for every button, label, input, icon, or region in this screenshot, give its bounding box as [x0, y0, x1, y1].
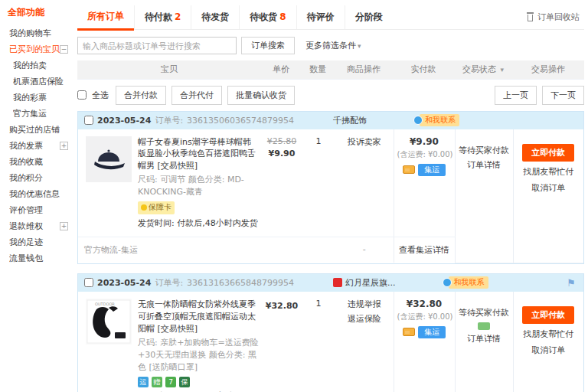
report-violation-link[interactable]: 违规举报 — [348, 299, 381, 310]
header-paid: 实付款 — [393, 60, 454, 79]
order-detail-link[interactable]: 订单详情 — [467, 334, 501, 345]
order-checkbox[interactable] — [84, 278, 93, 287]
header-price: 单价 — [261, 60, 301, 79]
cancel-order-link[interactable]: 取消订单 — [531, 182, 565, 194]
sidebar-item-coupons[interactable]: 我的优惠信息 — [8, 186, 70, 202]
tmall-icon — [333, 278, 342, 287]
caret-down-icon: ▾ — [500, 66, 504, 74]
order-body: 帽子女春夏ins潮字母棒球帽韩版显脸小秋季纯色百搭遮阳鸭舌帽男 [交易快照] 尺… — [78, 129, 583, 263]
wangwang-icon — [443, 278, 452, 287]
sidebar-title: 全部功能 — [8, 6, 70, 19]
consolidated-shipping-badge: 集运 — [418, 326, 446, 338]
tab-pending-shipment[interactable]: 待发货 — [191, 5, 239, 29]
caret-down-icon: ▾ — [358, 42, 361, 50]
order-detail-link[interactable]: 订单详情 — [467, 160, 501, 171]
order-number-label: 订单号: — [155, 115, 183, 126]
return-shipping-insurance-link[interactable]: 退运保险 — [348, 313, 381, 325]
collapse-icon[interactable]: − — [60, 45, 68, 54]
shop-link[interactable]: 千拂配饰 — [333, 115, 367, 126]
ship-time: 发货时间: 付款后,48小时内发货 — [138, 217, 259, 230]
logistics-dash: - — [335, 237, 394, 263]
cancel-order-link[interactable]: 取消订单 — [531, 345, 565, 356]
complain-seller-link[interactable]: 投诉卖家 — [348, 137, 381, 147]
contact-seller-button[interactable]: 和我联系 — [413, 114, 459, 126]
sidebar-item-points[interactable]: 我的积分 — [8, 170, 70, 186]
sidebar-item-purchased[interactable]: 已买到的宝贝− — [8, 41, 70, 57]
sidebar-item-favorites[interactable]: 我的收藏 — [8, 154, 70, 170]
next-page-button[interactable]: 下一页 — [542, 86, 584, 105]
tab-pending-payment[interactable]: 待付款2 — [134, 5, 191, 29]
pay-now-button[interactable]: 立即付款 — [522, 306, 574, 324]
shop-link[interactable]: 幻月星辰旗... — [333, 277, 396, 289]
card-payment-icon — [403, 165, 415, 174]
merge-proxy-pay-button[interactable]: 合并代付 — [172, 86, 222, 105]
batch-confirm-button[interactable]: 批量确认收货 — [227, 86, 295, 105]
select-all-label[interactable]: 全选 — [92, 90, 109, 101]
order-card: 2023-05-24 订单号: 33613163665848799954 幻月星… — [77, 273, 584, 392]
batch-toolbar: 全选 合并付款 合并代付 批量确认收货 上一页 下一页 — [77, 86, 584, 105]
sidebar-item-data-wallet[interactable]: 流量钱包 — [8, 250, 70, 266]
order-card: 2023-05-24 订单号: 33613506036574879954 千拂配… — [77, 111, 584, 264]
order-recycle-bin-link[interactable]: 订单回收站 — [526, 11, 584, 23]
trash-icon — [526, 12, 534, 21]
guarantee-card-badge: 保障卡 — [138, 201, 175, 214]
order-tabs: 所有订单 待付款2 待发货 待收货8 待评价 分阶段 订单回收站 — [77, 5, 584, 30]
product-image-cap[interactable] — [86, 136, 132, 182]
contact-seller-button[interactable]: 和我联系 — [443, 276, 488, 289]
original-price: ¥25.80 — [265, 136, 299, 146]
order-item-row: 帽子女春夏ins潮字母棒球帽韩版显脸小秋季纯色百搭遮阳鸭舌帽男 [交易快照] 尺… — [78, 129, 583, 237]
paid-amount: ¥32.80 — [397, 299, 452, 309]
buyer-orders-page: 全部功能 我的购物车 已买到的宝贝− 我的拍卖 机票酒店保险 我的彩票 官方集运… — [0, 0, 588, 392]
sidebar-item-shops[interactable]: 购买过的店铺 — [8, 122, 70, 138]
ask-friend-pay-link[interactable]: 找朋友帮忙付 — [523, 328, 573, 340]
tab-pending-review[interactable]: 待评价 — [296, 5, 345, 29]
expand-icon[interactable]: + — [60, 222, 68, 230]
search-input[interactable] — [77, 37, 237, 54]
header-status[interactable]: 交易状态 ▾ — [454, 60, 512, 79]
ask-friend-pay-link[interactable]: 找朋友帮忙付 — [523, 166, 573, 178]
order-date: 2023-05-24 — [97, 278, 151, 288]
more-filters-link[interactable]: 更多筛选条件▾ — [305, 40, 361, 51]
sidebar-item-lottery[interactable]: 我的彩票 — [8, 90, 70, 106]
pay-now-button[interactable]: 立即付款 — [522, 144, 574, 162]
header-qty: 数量 — [301, 60, 335, 79]
search-button[interactable]: 订单搜索 — [241, 37, 295, 54]
product-attrs: 尺码: 亲肤+加购物车=送运费险+30天无理由退换 颜色分类: 黑色 [送防晒口… — [138, 337, 259, 374]
product-title-link[interactable]: 帽子女春夏ins潮字母棒球帽韩版显脸小秋季纯色百搭遮阳鸭舌帽男 [交易快照] — [138, 136, 259, 173]
tab-all-orders[interactable]: 所有订单 — [77, 5, 134, 31]
order-number: 33613506036574879954 — [187, 116, 294, 126]
main-content: 所有订单 待付款2 待发货 待收货8 待评价 分阶段 订单回收站 订单搜索 更多… — [73, 0, 588, 392]
merge-pay-button[interactable]: 合并付款 — [116, 86, 166, 105]
seven-day-return-icon: 7 — [165, 377, 176, 387]
order-checkbox[interactable] — [84, 116, 93, 125]
sidebar-item-auction[interactable]: 我的拍卖 — [8, 57, 70, 74]
header-item: 宝贝 — [77, 60, 261, 79]
tab-staged[interactable]: 分阶段 — [345, 5, 393, 29]
order-body: OUTDOOR 无痕一体防晒帽女防紫外线夏季可折叠空顶帽无痕遮阳帽运动太阳帽 [… — [78, 292, 583, 392]
pending-payment-count: 2 — [175, 11, 181, 22]
order-item-row: OUTDOOR 无痕一体防晒帽女防紫外线夏季可折叠空顶帽无痕遮阳帽运动太阳帽 [… — [78, 292, 583, 392]
wangwang-icon — [413, 116, 423, 125]
product-title-link[interactable]: 无痕一体防晒帽女防紫外线夏季可折叠空顶帽无痕遮阳帽运动太阳帽 [交易快照] — [138, 299, 259, 335]
sidebar-item-official-shipping[interactable]: 官方集运 — [8, 106, 70, 122]
sidebar-item-footprints[interactable]: 我的足迹 — [8, 234, 70, 250]
current-price: ¥9.90 — [265, 149, 299, 158]
sidebar-item-flight-hotel[interactable]: 机票酒店保险 — [8, 74, 70, 90]
flag-icon[interactable]: ⚑ — [567, 277, 577, 289]
sidebar-item-cart[interactable]: 我的购物车 — [8, 25, 70, 41]
status-promo-icon — [478, 322, 490, 330]
tab-pending-receipt[interactable]: 待收货8 — [239, 5, 296, 29]
expand-icon[interactable]: + — [60, 142, 68, 150]
shipping-insurance-icon: 运 — [138, 377, 149, 387]
sidebar-item-refunds[interactable]: 退款维权+ — [8, 218, 70, 234]
view-consolidation-link[interactable]: 查看集运详情 — [399, 245, 449, 255]
order-header: 2023-05-24 订单号: 33613506036574879954 千拂配… — [78, 112, 583, 129]
pending-receipt-count: 8 — [279, 11, 286, 22]
product-image-visor[interactable]: OUTDOOR — [86, 299, 132, 345]
sidebar-item-reviews[interactable]: 评价管理 — [8, 202, 70, 218]
sidebar-item-invoice[interactable]: 我的发票+ — [8, 138, 70, 154]
prev-page-button[interactable]: 上一页 — [495, 86, 537, 105]
select-all-checkbox[interactable] — [77, 90, 87, 100]
consolidated-shipping-badge: 集运 — [418, 164, 446, 176]
sidebar: 全部功能 我的购物车 已买到的宝贝− 我的拍卖 机票酒店保险 我的彩票 官方集运… — [0, 0, 73, 392]
